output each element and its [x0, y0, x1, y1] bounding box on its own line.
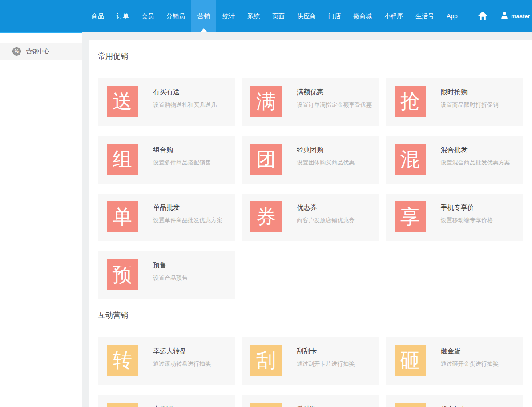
- nav-menu: 商品订单会员分销员营销统计系统页面供应商门店微商城小程序生活号App: [85, 0, 464, 32]
- user-name: master: [511, 13, 530, 20]
- nav-item-13[interactable]: App: [440, 0, 464, 32]
- promo-card-texts: 砸金蛋 通过砸开金蛋进行抽奖: [441, 345, 499, 385]
- promo-card[interactable]: 团 经典团购 设置团体购买商品优惠: [242, 136, 379, 184]
- card-desc: 设置混合商品批发优惠方案: [441, 158, 510, 167]
- promo-card-icon: 券: [250, 201, 282, 232]
- nav-item-8[interactable]: 供应商: [291, 0, 322, 32]
- promo-card-icon: 转: [107, 345, 138, 376]
- home-icon: [478, 11, 488, 22]
- card-title: 手机专享价: [441, 204, 493, 212]
- card-desc: 通过刮开卡片进行抽奖: [297, 359, 355, 368]
- promo-card-texts: 代金红包 用户下单后得到的红包: [441, 403, 499, 407]
- home-button[interactable]: [464, 11, 501, 22]
- promo-card[interactable]: 送 有买有送 设置购物送礼和买几送几: [98, 78, 235, 126]
- card-title: 组合购: [153, 146, 211, 154]
- promo-card-icon: 砸: [395, 345, 426, 376]
- promo-card-icon: 团: [250, 144, 282, 175]
- nav-item-2[interactable]: 会员: [135, 0, 160, 32]
- card-title: 微抽奖: [297, 405, 343, 407]
- promo-card[interactable]: 组 组合购 设置多件商品搭配销售: [98, 136, 235, 184]
- promotion-badge-icon: %: [12, 47, 21, 56]
- card-desc: 设置团体购买商品优惠: [297, 158, 355, 167]
- card-title: 限时抢购: [441, 88, 499, 96]
- promo-card-texts: 刮刮卡 通过刮开卡片进行抽奖: [297, 345, 355, 385]
- promo-card[interactable]: 转 幸运大转盘 通过滚动转盘进行抽奖: [98, 337, 235, 385]
- promo-section: 互动营销 转 幸运大转盘 通过滚动转盘进行抽奖 刮 刮刮卡 通过刮开卡片进行抽奖…: [98, 299, 523, 407]
- promo-card[interactable]: 抽 微抽奖 用户先报名后开奖: [242, 395, 379, 407]
- card-desc: 设置订单满指定金额享受优惠: [297, 100, 372, 109]
- promo-card-icon: 享: [395, 201, 426, 232]
- card-title: 满额优惠: [297, 88, 372, 96]
- nav-item-7[interactable]: 页面: [266, 0, 291, 32]
- card-desc: 设置商品限时打折促销: [441, 100, 499, 109]
- promo-card-texts: 幸运大转盘 通过滚动转盘进行抽奖: [153, 345, 211, 385]
- promo-card-icon: 组: [107, 144, 138, 175]
- promo-card-icon: 红: [395, 403, 426, 407]
- promo-card-texts: 单品批发 设置单件商品批发优惠方案: [153, 201, 222, 241]
- card-desc: 设置多件商品搭配销售: [153, 158, 211, 167]
- promo-card-texts: 组合购 设置多件商品搭配销售: [153, 144, 211, 184]
- promo-card-texts: 经典团购 设置团体购买商品优惠: [297, 144, 355, 184]
- promo-card[interactable]: 预 预售 设置产品预售: [98, 251, 235, 299]
- nav-item-0[interactable]: 商品: [85, 0, 110, 32]
- promo-card-texts: 有买有送 设置购物送礼和买几送几: [153, 86, 217, 126]
- card-title: 单品批发: [153, 204, 222, 212]
- promo-card-icon: 预: [107, 259, 138, 290]
- section-title: 互动营销: [98, 299, 523, 327]
- card-desc: 设置移动端专享价格: [441, 215, 493, 225]
- promo-card-icon: 抽: [250, 403, 282, 407]
- nav-item-4[interactable]: 营销: [191, 0, 216, 32]
- promo-card-texts: 预售 设置产品预售: [153, 259, 188, 299]
- nav-item-6[interactable]: 系统: [241, 0, 266, 32]
- promo-card[interactable]: 抢 限时抢购 设置商品限时打折促销: [386, 78, 523, 126]
- promo-section: 常用促销 送 有买有送 设置购物送礼和买几送几 满 满额优惠 设置订单满指定金额…: [98, 40, 523, 299]
- card-title: 幸运大转盘: [153, 347, 211, 355]
- promo-card-texts: 优惠券 向客户发放店铺优惠券: [297, 201, 355, 241]
- promo-card-icon: 刮: [250, 345, 282, 376]
- nav-item-10[interactable]: 微商城: [347, 0, 378, 32]
- sidebar-item-marketing-center[interactable]: % 营销中心: [0, 43, 82, 60]
- promo-card-texts: 微抽奖 用户先报名后开奖: [297, 403, 343, 407]
- promo-card[interactable]: 砸 砸金蛋 通过砸开金蛋进行抽奖: [386, 337, 523, 385]
- promo-card-icon: 团: [107, 403, 138, 407]
- card-title: 混合批发: [441, 146, 510, 154]
- promo-card-texts: 火拼团 引导好友一起购买: [153, 403, 199, 407]
- card-title: 火拼团: [153, 405, 199, 407]
- card-desc: 通过砸开金蛋进行抽奖: [441, 359, 499, 368]
- promo-card-icon: 抢: [395, 86, 426, 117]
- card-title: 预售: [153, 261, 188, 270]
- card-title: 代金红包: [441, 405, 499, 407]
- promo-card[interactable]: 单 单品批发 设置单件商品批发优惠方案: [98, 194, 235, 241]
- user-icon: [501, 12, 508, 21]
- nav-item-12[interactable]: 生活号: [409, 0, 440, 32]
- card-desc: 通过滚动转盘进行抽奖: [153, 359, 211, 368]
- sidebar-item-label: 营销中心: [26, 48, 49, 56]
- sidebar: % 营销中心: [0, 33, 82, 407]
- promo-card-icon: 单: [107, 201, 138, 232]
- promo-card[interactable]: 团 火拼团 引导好友一起购买: [98, 395, 235, 407]
- promo-card[interactable]: 满 满额优惠 设置订单满指定金额享受优惠: [242, 78, 379, 126]
- promo-card[interactable]: 刮 刮刮卡 通过刮开卡片进行抽奖: [242, 337, 379, 385]
- user-menu[interactable]: master: [501, 12, 530, 21]
- promo-card[interactable]: 享 手机专享价 设置移动端专享价格: [386, 194, 523, 241]
- nav-item-11[interactable]: 小程序: [378, 0, 409, 32]
- nav-item-1[interactable]: 订单: [110, 0, 135, 32]
- main-panel: 常用促销 送 有买有送 设置购物送礼和买几送几 满 满额优惠 设置订单满指定金额…: [89, 40, 532, 407]
- nav-item-9[interactable]: 门店: [322, 0, 347, 32]
- nav-item-3[interactable]: 分销员: [160, 0, 191, 32]
- card-grid: 转 幸运大转盘 通过滚动转盘进行抽奖 刮 刮刮卡 通过刮开卡片进行抽奖 砸 砸金…: [98, 337, 523, 407]
- top-navbar: 商品订单会员分销员营销统计系统页面供应商门店微商城小程序生活号App maste…: [0, 0, 532, 32]
- promo-card[interactable]: 混 混合批发 设置混合商品批发优惠方案: [386, 136, 523, 184]
- topbar-right: master: [464, 0, 532, 32]
- card-title: 经典团购: [297, 146, 355, 154]
- card-desc: 向客户发放店铺优惠券: [297, 215, 355, 225]
- promo-card[interactable]: 红 代金红包 用户下单后得到的红包: [386, 395, 523, 407]
- nav-item-5[interactable]: 统计: [216, 0, 241, 32]
- promo-card-texts: 混合批发 设置混合商品批发优惠方案: [441, 144, 510, 184]
- promo-card-icon: 混: [395, 144, 426, 175]
- promo-card[interactable]: 券 优惠券 向客户发放店铺优惠券: [242, 194, 379, 241]
- card-desc: 设置单件商品批发优惠方案: [153, 215, 222, 225]
- promo-card-texts: 手机专享价 设置移动端专享价格: [441, 201, 493, 241]
- card-title: 砸金蛋: [441, 347, 499, 355]
- card-title: 优惠券: [297, 204, 355, 212]
